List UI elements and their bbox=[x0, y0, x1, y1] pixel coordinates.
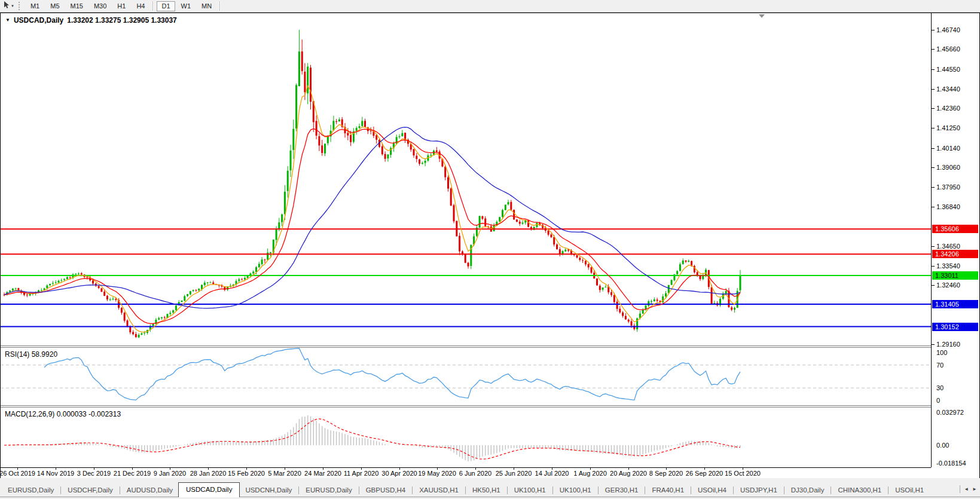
tab-separator bbox=[359, 486, 359, 494]
tab-usoil-h4[interactable]: USOil,H4 bbox=[692, 483, 732, 497]
chart-tab-bar: EURUSD,DailyUSDCHF,DailyAUDUSD,DailyUSDC… bbox=[0, 478, 980, 499]
tab-gbpusd-h4[interactable]: GBPUSD,H4 bbox=[361, 483, 411, 497]
tab-separator bbox=[831, 486, 831, 494]
timeframe-button-m15[interactable]: M15 bbox=[66, 1, 88, 11]
rsi-indicator-label: RSI(14) 58.9920 bbox=[5, 350, 57, 359]
price-tick-label: 1.42360 bbox=[936, 105, 960, 112]
chevron-down-icon: ▼ bbox=[11, 4, 14, 8]
hline-price-tag: 1.34206 bbox=[932, 250, 978, 258]
tab-eurusd-daily[interactable]: EURUSD,Daily bbox=[2, 483, 59, 497]
toolbar-separator bbox=[152, 1, 154, 11]
hline-price-tag: 1.30152 bbox=[932, 323, 978, 331]
price-tick-label: 1.29160 bbox=[936, 341, 960, 348]
tab-usoil-h1[interactable]: USOil,H1 bbox=[890, 483, 929, 497]
price-tick-label: 1.46740 bbox=[936, 26, 960, 33]
timeframe-button-m1[interactable]: M1 bbox=[26, 1, 44, 11]
chart-window: ▼ USDCAD,Daily 1.33202 1.33275 1.32905 1… bbox=[0, 13, 980, 478]
date-tick-label: 15 Oct 2020 bbox=[719, 470, 767, 477]
timeframe-buttons: M1M5M15M30H1H4D1W1MN bbox=[25, 1, 223, 11]
tab-separator bbox=[691, 486, 691, 494]
tab-usdjpy-h1[interactable]: USDJPY,H1 bbox=[735, 483, 783, 497]
price-tick-label: 1.37950 bbox=[936, 183, 960, 191]
cursor-tool-button[interactable]: ▼ bbox=[1, 1, 16, 11]
price-tick-label: 1.44550 bbox=[936, 66, 960, 73]
price-tick-mark bbox=[932, 30, 935, 30]
tab-usdcad-daily[interactable]: USDCAD,Daily bbox=[178, 482, 240, 497]
toolbar-separator bbox=[219, 1, 221, 11]
tab-eurusd-daily[interactable]: EURUSD,Daily bbox=[300, 483, 357, 497]
tab-xauusd-h1[interactable]: XAUUSD,H1 bbox=[414, 483, 464, 497]
tab-audusd-daily[interactable]: AUDUSD,Daily bbox=[121, 483, 178, 497]
tab-hk50-h1[interactable]: HK50,H1 bbox=[467, 483, 506, 497]
price-tick-label: 1.36840 bbox=[936, 203, 960, 210]
price-tick-label: 1.32460 bbox=[936, 281, 960, 289]
price-tick-label: 1.40140 bbox=[936, 145, 960, 152]
macd-scale-label: -0.018154 bbox=[936, 460, 966, 467]
price-tick-mark bbox=[932, 285, 935, 286]
timeframe-button-m5[interactable]: M5 bbox=[45, 1, 64, 11]
price-tick-label: 1.34650 bbox=[936, 243, 960, 250]
price-tick-mark bbox=[932, 69, 935, 70]
cursor-icon bbox=[3, 1, 10, 11]
tab-separator bbox=[60, 486, 61, 494]
price-tick-mark bbox=[932, 167, 935, 168]
tab-fra40-h1[interactable]: FRA40,H1 bbox=[646, 483, 689, 497]
timeframe-button-w1[interactable]: W1 bbox=[176, 1, 196, 11]
tab-usdcnh-daily[interactable]: USDCNH,Daily bbox=[240, 483, 297, 497]
timeframe-button-m30[interactable]: M30 bbox=[89, 1, 111, 11]
tab-separator bbox=[120, 486, 120, 494]
chart-ohlc-values: 1.33202 1.33275 1.32905 1.33037 bbox=[67, 16, 177, 25]
rsi-scale-label: 0 bbox=[936, 397, 940, 404]
toolbar-grip bbox=[19, 2, 22, 10]
macd-scale-label: 0.00 bbox=[936, 442, 949, 449]
tab-usdchf-daily[interactable]: USDCHF,Daily bbox=[62, 483, 118, 497]
price-tick-label: 1.33540 bbox=[936, 262, 960, 270]
hline-price-tag: 1.33011 bbox=[932, 271, 978, 280]
timeframe-button-h4[interactable]: H4 bbox=[132, 1, 149, 11]
price-tick-mark bbox=[932, 148, 935, 149]
price-tick-mark bbox=[932, 108, 935, 109]
hline-price-tag: 1.31405 bbox=[932, 300, 978, 308]
chart-title: ▼ USDCAD,Daily 1.33202 1.33275 1.32905 1… bbox=[5, 16, 177, 25]
tab-separator bbox=[888, 486, 889, 494]
chart-symbol-label: USDCAD,Daily bbox=[14, 16, 63, 25]
macd-panel[interactable] bbox=[1, 408, 931, 467]
main-chart[interactable] bbox=[1, 13, 931, 345]
timeframe-button-h1[interactable]: H1 bbox=[112, 1, 130, 11]
tab-china300-h1[interactable]: CHINA300,H1 bbox=[832, 483, 887, 497]
tab-ger30-h1[interactable]: GER30,H1 bbox=[600, 483, 644, 497]
tab-separator bbox=[412, 486, 413, 494]
rsi-scale-label: 70 bbox=[936, 362, 944, 369]
price-tick-mark bbox=[932, 246, 935, 247]
timeframe-button-mn[interactable]: MN bbox=[197, 1, 216, 11]
price-tick-mark bbox=[932, 128, 935, 128]
chart-tabs: EURUSD,DailyUSDCHF,DailyAUDUSD,DailyUSDC… bbox=[2, 482, 929, 497]
price-tick-mark bbox=[932, 207, 935, 207]
price-tick-label: 1.39060 bbox=[936, 164, 960, 171]
tab-uk100-h1[interactable]: UK100,H1 bbox=[554, 483, 597, 497]
rsi-panel[interactable] bbox=[1, 348, 931, 405]
tab-separator bbox=[465, 486, 466, 494]
symbol-dropdown-icon[interactable]: ▼ bbox=[5, 18, 10, 23]
tab-scroll-right-icon[interactable]: ► bbox=[972, 486, 977, 492]
timeframe-button-d1[interactable]: D1 bbox=[157, 1, 175, 11]
tab-separator bbox=[507, 486, 508, 494]
hline-price-tag: 1.35606 bbox=[932, 225, 978, 233]
price-tick-label: 1.45660 bbox=[936, 45, 960, 53]
tab-separator bbox=[552, 486, 553, 494]
tab-separator bbox=[733, 486, 734, 494]
price-axis[interactable]: 1.467401.456601.445501.434401.423601.412… bbox=[931, 13, 979, 467]
chart-shift-marker[interactable] bbox=[759, 14, 765, 18]
price-tick-mark bbox=[932, 187, 935, 188]
date-axis[interactable]: 26 Oct 201914 Nov 20193 Dec 201921 Dec 2… bbox=[1, 467, 931, 478]
tab-uk100-h1[interactable]: UK100,H1 bbox=[509, 483, 551, 497]
tab-separator bbox=[598, 486, 599, 494]
price-tick-label: 1.43440 bbox=[936, 85, 960, 93]
tab-scroll-left-icon[interactable]: ◄ bbox=[964, 486, 969, 492]
price-tick-mark bbox=[932, 49, 935, 50]
tab-dj30-daily[interactable]: DJ30,Daily bbox=[786, 483, 830, 497]
tab-scroll-controls: ◄ ► bbox=[960, 485, 977, 493]
top-toolbar: ▼ M1M5M15M30H1H4D1W1MN bbox=[0, 0, 980, 13]
macd-indicator-label: MACD(12,26,9) 0.000033 -0.002313 bbox=[5, 410, 121, 418]
tab-scroll-divider bbox=[960, 485, 960, 493]
